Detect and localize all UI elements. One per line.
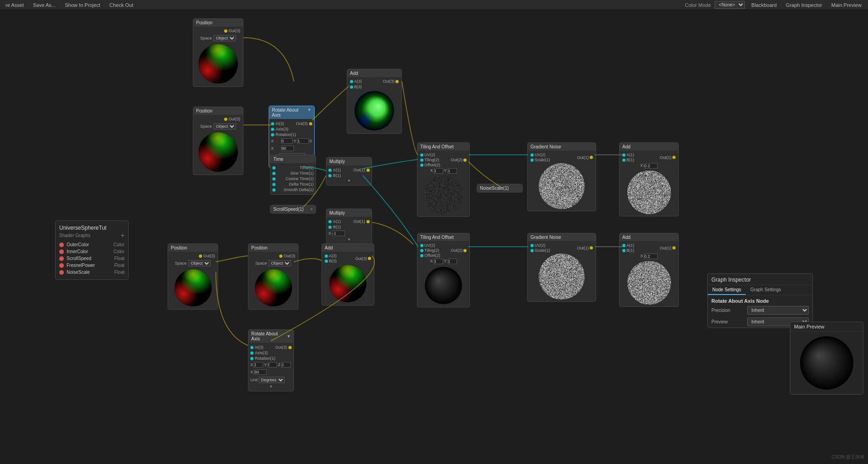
rotate-1-y[interactable] [297, 138, 309, 144]
sidebar-item-inner-color: InnerColor Color [59, 248, 124, 255]
node-add-1-ports: A(3) B(3) Out(3) [349, 79, 400, 89]
gn-2-preview-canvas [539, 254, 585, 300]
add-2-x[interactable] [644, 163, 658, 169]
node-position-3-title: Position [168, 244, 218, 252]
node-scroll-speed-title: ScrollSpeed(1) × [271, 205, 316, 213]
inner-color-type: Color [113, 249, 124, 254]
node-rotate-expand-2[interactable]: ▼ [287, 334, 291, 339]
main-preview-canvas [799, 335, 854, 390]
node-position-2[interactable]: Position Out(3) Space Object [193, 107, 243, 175]
node-gn-2-ports: UV(2) Scale(1) Out(1) [530, 243, 594, 253]
node-time[interactable]: Time Time(1) Sine Time(1) Cosine Time(1)… [270, 155, 316, 195]
multiply-2-dropdown[interactable]: ▼ [327, 237, 372, 242]
multiply-1-dropdown[interactable]: ▼ [327, 178, 372, 183]
outer-color-type: Color [113, 242, 124, 247]
node-gradient-noise-2[interactable]: Gradient Noise UV(2) Scale(1) Out(1) [527, 233, 596, 302]
graph-inspector-title: Graph Inspector [708, 274, 812, 285]
node-noise-scale[interactable]: NoiseScale(1) [477, 184, 523, 192]
tiling-1-y[interactable] [448, 168, 457, 174]
tiling-2-x[interactable] [434, 259, 443, 264]
toolbar-save-as-btn[interactable]: Save As... [31, 1, 58, 9]
rotate-2-dropdown[interactable]: ▼ [248, 384, 293, 389]
node-add-bottom-title: Add [322, 244, 374, 252]
node-tiling-offset-1-title: Tiling And Offset [417, 143, 469, 151]
inner-color-name: InnerColor [67, 249, 111, 254]
sidebar-title: UniverseSphereTut [59, 225, 124, 231]
node-multiply-2-title: Multiply [327, 209, 372, 217]
node-scroll-speed[interactable]: ScrollSpeed(1) × [270, 205, 316, 214]
tiling-1-x[interactable] [434, 168, 443, 174]
rotate-2-x[interactable] [254, 362, 263, 368]
tiling-1-preview-canvas [424, 175, 463, 215]
toolbar-tab-blackboard[interactable]: Blackboard [749, 1, 779, 9]
noise-scale-type: Float [114, 270, 124, 275]
node-gradient-noise-1[interactable]: Gradient Noise UV(2) Scale(1) Out(1) [527, 142, 596, 211]
rotate-1-x[interactable] [281, 138, 293, 144]
main-preview-body [790, 332, 863, 394]
node-position-4[interactable]: Position Out(3) Space Object [248, 243, 299, 310]
position-2-space-select[interactable]: Object [214, 123, 236, 130]
rotate-2-rot[interactable] [254, 369, 267, 375]
sidebar-item-scroll-speed: ScrollSpeed Float [59, 255, 124, 262]
rotate-1-rot[interactable] [281, 146, 294, 151]
node-add-2[interactable]: Add A(1) B(1) Out(1) X [619, 142, 679, 216]
color-mode-select[interactable]: <None> [715, 1, 745, 9]
sidebar-add-btn[interactable]: + [121, 232, 124, 238]
gi-tab-graph-settings[interactable]: Graph Settings [746, 285, 786, 295]
node-tiling-offset-2-title: Tiling And Offset [417, 233, 469, 241]
toolbar-check-out-btn[interactable]: Check Out [107, 1, 135, 9]
sidebar-item-noise-scale: NoiseScale Float [59, 269, 124, 276]
node-position-3-ports: Out(3) [170, 254, 216, 258]
gi-precision-select[interactable]: Inherit [747, 306, 809, 315]
gi-tab-node-settings[interactable]: Node Settings [708, 285, 746, 295]
position-1-space-select[interactable]: Object [214, 35, 236, 41]
scroll-speed-dot [59, 256, 64, 261]
node-time-title: Time [271, 155, 316, 163]
gi-node-name: Rotate About Axis Node [708, 295, 812, 305]
toolbar-tab-graph-inspector[interactable]: Graph Inspector [783, 1, 825, 9]
toolbar-re-asset-btn[interactable]: re Asset [4, 1, 26, 9]
position-4-space-select[interactable]: Object [269, 260, 291, 266]
add-bottom-preview-canvas [328, 264, 367, 303]
node-position-2-ports: Out(3) [195, 117, 241, 121]
node-tiling-offset-2[interactable]: Tiling And Offset UV(2) Tiling(2) Offset… [417, 233, 470, 307]
toolbar-tab-main-preview[interactable]: Main Preview [829, 1, 864, 9]
gi-preview-label: Preview [711, 319, 744, 324]
node-multiply-1-title: Multiply [327, 158, 372, 165]
node-add-1[interactable]: Add A(3) B(3) Out(3) [347, 69, 402, 134]
position-3-preview-canvas [174, 268, 213, 307]
node-position-4-ports: Out(3) [250, 254, 296, 258]
node-add-2-ports: A(1) B(1) Out(1) [621, 153, 676, 162]
node-position-1[interactable]: Position Out(3) Space Object [193, 18, 243, 87]
toolbar: re Asset Save As... Show In Project Chec… [0, 0, 868, 10]
node-multiply-1[interactable]: Multiply A(1) Out(1) B(1) ▼ [326, 157, 372, 186]
toolbar-right: Color Mode <None> Blackboard Graph Inspe… [685, 1, 864, 9]
node-add-bottom[interactable]: Add A(3) B(3) Out(3) [321, 243, 374, 306]
fresnel-power-dot [59, 263, 64, 268]
add-1-preview-canvas [354, 90, 395, 131]
toolbar-show-in-project-btn[interactable]: Show In Project [63, 1, 102, 9]
tiling-2-y[interactable] [448, 259, 457, 264]
scroll-speed-close[interactable]: × [310, 207, 313, 212]
rotate-2-z[interactable] [282, 362, 291, 368]
node-position-3[interactable]: Position Out(3) Space Object [168, 243, 218, 310]
node-tiling-offset-1[interactable]: Tiling And Offset UV(2) Tiling(2) Offset… [417, 142, 470, 217]
outer-color-dot [59, 243, 64, 247]
node-add-2-title: Add [620, 143, 678, 151]
rotate-2-unit[interactable]: Degrees [259, 377, 285, 383]
graph-inspector-panel: Graph Inspector Node Settings Graph Sett… [707, 273, 813, 328]
position-4-preview-canvas [254, 268, 293, 307]
node-multiply-2[interactable]: Multiply A(1) Out(1) B(1) X ▼ [326, 209, 372, 244]
multiply-2-x[interactable] [332, 231, 345, 236]
gi-precision-row: Precision Inherit [708, 305, 812, 316]
position-3-space-select[interactable]: Object [188, 260, 211, 266]
node-rotate-expand-1[interactable]: ▼ [307, 108, 311, 118]
node-add-3-ports: A(1) B(1) Out(1) [621, 243, 676, 253]
node-gn-1-ports: UV(2) Scale(1) Out(1) [530, 153, 594, 162]
node-rotate-about-axis-2[interactable]: Rotate About Axis ▼ In(3) Out(3) Axis(3)… [248, 329, 294, 391]
node-add-3[interactable]: Add A(1) B(1) Out(1) X [619, 233, 679, 307]
node-rotate-title-2: Rotate About Axis ▼ [248, 330, 293, 343]
rotate-2-y[interactable] [268, 362, 277, 368]
add-3-x[interactable] [644, 254, 658, 259]
node-position-2-title: Position [193, 107, 243, 115]
